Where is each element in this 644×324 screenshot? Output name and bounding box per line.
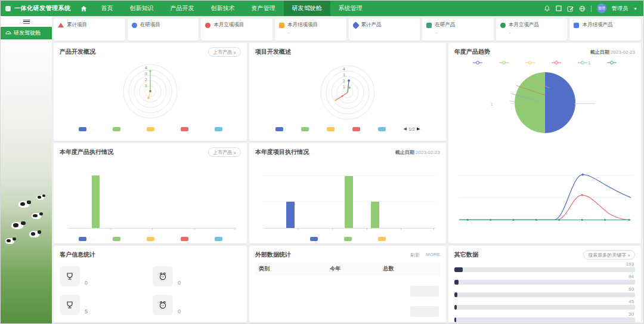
stat-card-month-closed-products[interactable]: 本月结项产品	[569, 18, 641, 41]
page-prev-icon[interactable]: ◀	[404, 126, 407, 131]
nav-item-asset-mgmt[interactable]: 资产管理	[243, 1, 284, 16]
user-name[interactable]: 管理员	[612, 5, 628, 13]
stat-card-month-new-projects[interactable]: 本月立项项目	[201, 18, 273, 41]
legend-swatch-red[interactable]	[181, 237, 188, 241]
legend-swatch-cyan[interactable]	[215, 127, 222, 131]
hbar-row: 30	[454, 311, 635, 322]
stat-label: 在研产品	[435, 21, 455, 29]
hbar-track[interactable]	[454, 305, 635, 310]
bar-green[interactable]	[92, 175, 100, 228]
dashboard-screen: 一体化研发管理系统 首页 创新知识 产品开发 创新技术 资产管理 研发驾驶舱 系…	[0, 0, 644, 324]
stat-card-active-products[interactable]: 在研产品 -	[422, 18, 494, 41]
cow-figure	[18, 201, 29, 208]
legend-swatch-cyan[interactable]	[378, 127, 386, 131]
bar-green[interactable]	[345, 176, 353, 228]
legend-item[interactable]	[473, 60, 482, 65]
bell-icon[interactable]	[544, 5, 550, 12]
trophy-icon	[60, 295, 80, 315]
nav-item-home[interactable]: 首页	[93, 1, 122, 16]
app-logo	[5, 6, 11, 11]
page-next-icon[interactable]: ▶	[417, 126, 420, 131]
panel-title: 其它数据	[454, 251, 478, 259]
nav-item-product-dev[interactable]: 产品开发	[162, 1, 203, 16]
hbar-track[interactable]	[454, 317, 635, 322]
stat-card-month-new-products[interactable]: 本月立项产品 -	[496, 18, 568, 41]
language-globe-icon[interactable]	[579, 5, 586, 12]
legend-swatch-blue[interactable]	[310, 237, 318, 241]
other-data-bars: 193 94 60 45	[454, 261, 635, 322]
legend-swatch-yellow[interactable]	[147, 127, 154, 131]
hbar-value: 60	[454, 286, 635, 292]
legend-item[interactable]	[499, 60, 509, 65]
legend-swatch-red[interactable]	[352, 127, 360, 131]
nav-item-innovation-knowledge[interactable]: 创新知识	[122, 1, 162, 16]
legend-swatch-green[interactable]	[113, 237, 120, 241]
hbar-track[interactable]	[454, 292, 635, 297]
nav-item-system-mgmt[interactable]: 系统管理	[330, 1, 371, 16]
panel-title: 外部数据统计	[255, 251, 291, 259]
project-exec-legend	[255, 234, 440, 243]
panel-grid: 产品开发概况 上市产品 ∨ 1 2 3 4	[54, 43, 641, 322]
refresh-link[interactable]: 刷新	[410, 252, 420, 258]
collapse-sidebar-icon[interactable]	[23, 20, 30, 24]
customer-stat-item[interactable]: 0	[60, 264, 148, 288]
hbar-track[interactable]	[454, 267, 635, 272]
stat-card-month-closed-projects[interactable]: 本月结项项目 -	[275, 18, 346, 41]
product-filter-dropdown[interactable]: 上市产品 ∨	[208, 47, 241, 57]
legend-swatch-blue[interactable]	[79, 127, 86, 131]
legend-item[interactable]	[607, 60, 617, 65]
stat-card-total-projects[interactable]: 累计项目	[54, 18, 125, 41]
bar-green[interactable]	[371, 202, 379, 228]
user-menu-caret-icon[interactable]: ▼	[633, 7, 637, 11]
col-total: 总数	[383, 265, 436, 273]
more-link[interactable]: MORE	[426, 252, 440, 258]
legend-swatch-green[interactable]	[344, 237, 352, 241]
legend-item[interactable]	[525, 60, 535, 65]
legend-item[interactable]: 1	[578, 60, 591, 65]
bar-blue[interactable]	[286, 202, 295, 228]
stat-card-active-projects[interactable]: 在研项目	[128, 18, 199, 41]
sidebar-header	[1, 16, 52, 27]
panel-actions: 刷新 MORE	[410, 252, 440, 258]
stat-card-total-products[interactable]: 累计产品	[349, 18, 420, 41]
legend-item[interactable]	[552, 60, 561, 65]
moneybag-icon	[153, 295, 173, 315]
legend-swatch-yellow[interactable]	[378, 237, 386, 241]
nav-item-rd-cockpit[interactable]: 研发驾驶舱	[284, 1, 330, 16]
legend-swatch-green[interactable]	[113, 127, 120, 131]
user-avatar[interactable]: 管理	[597, 4, 606, 13]
legend-swatch-cyan[interactable]	[215, 237, 222, 241]
home-icon[interactable]	[80, 5, 87, 12]
svg-text:3: 3	[145, 72, 147, 76]
product-radar-legend	[60, 125, 241, 133]
product-exec-filter-dropdown[interactable]: 上市产品 ∨	[208, 147, 241, 157]
legend-swatch-yellow[interactable]	[327, 127, 335, 131]
cow-figure	[29, 231, 39, 237]
nav-item-innovation-tech[interactable]: 创新技术	[203, 1, 243, 16]
customer-stat-item[interactable]: 0	[153, 293, 241, 317]
keyword-filter-dropdown[interactable]: 搜索最多的关键字 ∨	[583, 250, 635, 260]
stat-value	[141, 30, 195, 35]
fullscreen-icon[interactable]	[556, 5, 562, 11]
legend-swatch-blue[interactable]	[79, 237, 86, 241]
legend-swatch-green[interactable]	[301, 127, 309, 131]
col-category: 类别	[259, 265, 330, 273]
annual-pie-chart[interactable]: 1	[454, 67, 635, 155]
panel-project-exec: 本年度项目执行情况 截止日期 2023-02-23	[249, 143, 446, 243]
legend-swatch-blue[interactable]	[275, 127, 283, 131]
stat-value: -	[288, 30, 342, 35]
legend-swatch-yellow[interactable]	[147, 237, 154, 241]
sidebar-item-rd-cockpit[interactable]: 研发驾驶舱	[1, 27, 52, 39]
stat-value	[214, 30, 268, 35]
customer-stat-item[interactable]: 0	[153, 264, 241, 288]
stat-label: 累计项目	[67, 21, 87, 29]
panel-annual-trend: 年度产品趋势 截止日期 2023-02-23 1	[448, 43, 641, 243]
legend-swatch-red[interactable]	[181, 127, 188, 131]
edit-icon[interactable]	[567, 5, 574, 12]
hbar-row: 94	[454, 274, 635, 285]
hbar-track[interactable]	[454, 280, 635, 285]
dot-icon	[500, 23, 506, 28]
customer-stat-item[interactable]: 5	[60, 293, 148, 317]
gauge-icon	[5, 30, 11, 36]
hbar-value: 45	[454, 299, 635, 305]
